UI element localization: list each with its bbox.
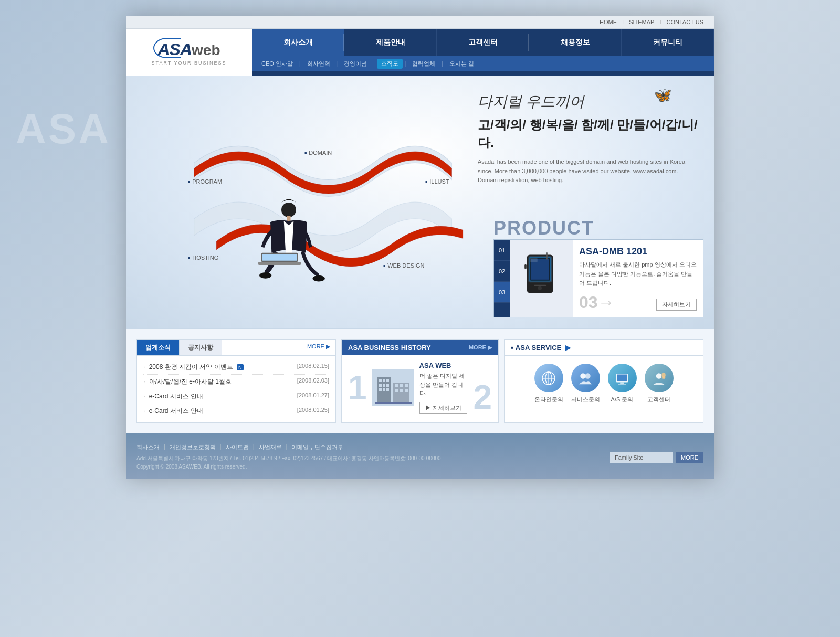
news-item: · e-Card 서비스 안내 [2008.01.27] xyxy=(143,389,329,404)
svg-rect-12 xyxy=(546,252,548,260)
product-box: 01 02 03 xyxy=(494,239,704,317)
outer-wrapper: ASA HOME I SITEMAP I CONTACT US ASA web … xyxy=(0,0,840,637)
logo[interactable]: ASA web xyxy=(158,40,220,59)
svg-rect-32 xyxy=(400,389,403,392)
nav-item-community[interactable]: 커뮤니티 xyxy=(622,29,714,56)
news-item-text[interactable]: · e-Card 서비스 안내 xyxy=(143,407,203,416)
logo-web-text: web xyxy=(192,42,220,59)
svg-rect-43 xyxy=(620,382,624,384)
footer-links: 회사소개 | 개인정보보호청책 | 사이트맵 | 사업재류 | 이메일무단수집거… xyxy=(136,443,441,451)
nav-item-support[interactable]: 고객센터 xyxy=(437,29,529,56)
footer-copyright: Copyright © 2008 ASAWEB. All rights rese… xyxy=(136,463,441,471)
tab-notices[interactable]: 공지사항 xyxy=(180,340,222,355)
footer-bottom: 회사소개 | 개인정보보호청책 | 사이트맵 | 사업재류 | 이메일무단수집거… xyxy=(136,443,704,471)
contact-link[interactable]: CONTACT US xyxy=(667,19,704,25)
top-bar: HOME I SITEMAP I CONTACT US xyxy=(126,16,714,29)
hero-handwriting: 다지럴 우드끼어 xyxy=(478,92,698,112)
nav-sub-sep1: | xyxy=(299,61,301,67)
svg-rect-26 xyxy=(386,388,389,391)
history-header: ASA BUSINESS HISTORY MORE ▶ xyxy=(342,340,498,355)
product-num-3[interactable]: 03 xyxy=(494,282,510,303)
nav-item-company[interactable]: 회사소개 xyxy=(252,29,344,56)
svg-point-0 xyxy=(281,203,296,217)
history-detail-button[interactable]: ▶ 자세히보기 xyxy=(419,402,467,414)
service-item-as[interactable]: A/S 문의 xyxy=(608,364,637,404)
svg-rect-15 xyxy=(524,264,527,269)
hero-section: 🦋 PROGRAM DOMAIN HOSTING ILLUST WEB DESI… xyxy=(126,76,714,328)
news-item-text[interactable]: · 2008 환경 지킴이 서약 이벤트 N xyxy=(143,363,244,371)
footer-link-company[interactable]: 회사소개 xyxy=(136,443,160,451)
nav-sub-sep5: | xyxy=(442,61,443,67)
history-content: 1 xyxy=(342,355,498,420)
nav-sub-org[interactable]: 조직도 xyxy=(377,59,403,69)
nav-item-careers[interactable]: 채용정보 xyxy=(529,29,622,56)
news-item: · 아/사/달/웹/진 e-아사달 1월호 [2008.02.03] xyxy=(143,375,329,389)
svg-point-40 xyxy=(585,373,591,379)
svg-rect-6 xyxy=(262,254,297,261)
history-company-title: ASA WEB xyxy=(419,362,468,369)
svg-rect-11 xyxy=(531,259,549,279)
product-title: PRODUCT xyxy=(494,217,704,239)
svg-point-3 xyxy=(312,275,324,282)
service-header: ASA SERVICE ▶ xyxy=(505,340,703,356)
service-icon-online-inquiry xyxy=(534,364,563,392)
history-title: ASA BUSINESS HISTORY xyxy=(348,344,431,352)
nav-sub-sep4: | xyxy=(405,61,406,67)
service-icon-customer xyxy=(645,364,674,392)
svg-point-2 xyxy=(259,272,271,279)
footer-link-sitemap[interactable]: 사이트맵 xyxy=(226,443,249,451)
news-item-text[interactable]: · 아/사/달/웹/진 e-아사달 1월호 xyxy=(143,377,232,386)
family-site-more-button[interactable]: MORE xyxy=(676,452,704,463)
nav-sub-sep3: | xyxy=(373,61,375,67)
footer-link-business[interactable]: 사업재류 xyxy=(259,443,282,451)
main-nav: 회사소개 제품안내 고객센터 채용정보 커뮤니티 CEO 인사말 | 회사연혁 … xyxy=(252,29,714,76)
sitemap-link[interactable]: SITEMAP xyxy=(629,19,654,25)
svg-rect-42 xyxy=(617,374,627,381)
svg-rect-23 xyxy=(386,384,389,387)
nav-item-products[interactable]: 제품안내 xyxy=(344,29,437,56)
service-item-service-inquiry[interactable]: 서비스문의 xyxy=(571,364,600,404)
product-number-list: 01 02 03 xyxy=(494,240,510,317)
footer-left: 회사소개 | 개인정보보호청책 | 사이트맵 | 사업재류 | 이메일무단수집거… xyxy=(136,443,441,471)
nav-sub-directions[interactable]: 오시는 길 xyxy=(445,60,478,68)
sep1: I xyxy=(622,19,624,25)
product-num-1[interactable]: 01 xyxy=(494,240,510,261)
svg-rect-19 xyxy=(383,379,385,382)
nav-sub-partner[interactable]: 협력업체 xyxy=(408,60,439,68)
product-more-button[interactable]: 자세히보기 xyxy=(656,299,697,311)
footer-address: Add.서울특별시 가나구 다라동 123번지 / Tel. 01)234-56… xyxy=(136,454,441,463)
svg-rect-34 xyxy=(375,402,412,404)
history-company-subtitle: 더 좋은 다지털 세상을 만들어 갑니다. xyxy=(419,371,468,398)
home-link[interactable]: HOME xyxy=(600,19,617,25)
news-item-text[interactable]: · e-Card 서비스 안내 xyxy=(143,392,203,401)
service-label-customer: 고객센터 xyxy=(647,396,670,404)
product-num-2[interactable]: 02 xyxy=(494,261,510,282)
history-more-link[interactable]: MORE ▶ xyxy=(469,344,492,351)
service-label-as: A/S 문의 xyxy=(611,396,634,404)
news-more-link[interactable]: MORE ▶ xyxy=(302,340,335,355)
family-site-input[interactable] xyxy=(610,452,673,463)
service-item-online[interactable]: 온라인문의 xyxy=(534,364,563,404)
nav-sub-row: CEO 인사말 | 회사연혁 | 경영이념 | 조직도 | 협력업체 | 오시는… xyxy=(252,56,714,71)
product-name: ASA-DMB 1201 xyxy=(579,246,697,257)
bottom-sections: 업계소식 공지사항 MORE ▶ · 2008 환경 지킴이 서약 이벤트 N … xyxy=(126,328,714,433)
nav-sub-history[interactable]: 회사연혁 xyxy=(303,60,334,68)
outer-decoration: ASA xyxy=(16,105,111,153)
page-container: HOME I SITEMAP I CONTACT US ASA web STAR… xyxy=(126,16,714,479)
tab-industry-news[interactable]: 업계소식 xyxy=(137,340,180,355)
nav-sub-ceo[interactable]: CEO 인사말 xyxy=(257,60,297,68)
footer-link-email-policy[interactable]: 이메일무단수집거부 xyxy=(291,443,343,451)
news-item: · e-Card 서비스 안내 [2008.01.25] xyxy=(143,404,329,418)
service-item-customer[interactable]: 고객센터 xyxy=(645,364,674,404)
footer-link-privacy[interactable]: 개인정보보호청책 xyxy=(170,443,216,451)
svg-rect-30 xyxy=(405,384,408,387)
svg-rect-22 xyxy=(383,384,385,387)
news-date: [2008.02.03] xyxy=(297,377,329,386)
product-section: PRODUCT 01 02 03 xyxy=(494,217,704,317)
svg-rect-13 xyxy=(534,284,546,286)
service-label-service: 서비스문의 xyxy=(571,396,600,404)
news-tabs: 업계소식 공지사항 MORE ▶ xyxy=(137,340,335,356)
nav-sub-management[interactable]: 경영이념 xyxy=(340,60,371,68)
svg-rect-18 xyxy=(379,379,382,382)
news-date: [2008.01.25] xyxy=(297,407,329,416)
